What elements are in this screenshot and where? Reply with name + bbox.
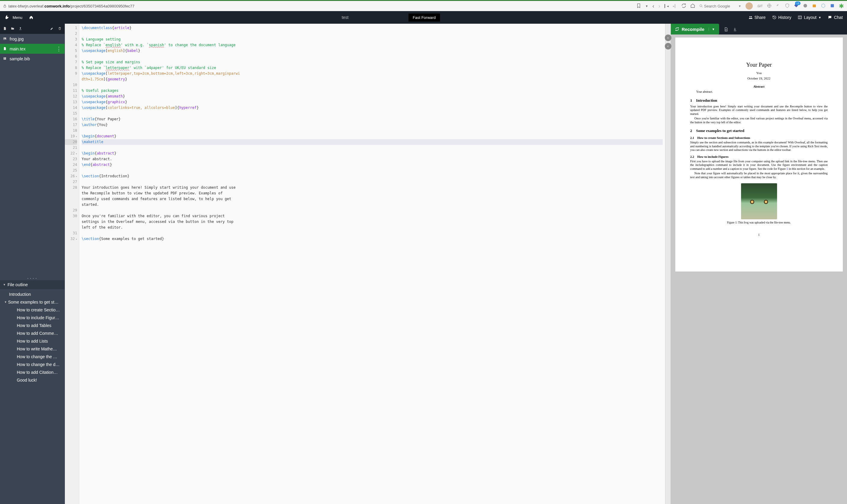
- nav-back-icon[interactable]: ‹: [653, 3, 654, 9]
- outline-item[interactable]: How to create Sectio…: [0, 306, 65, 314]
- ext-icon-shield[interactable]: [785, 3, 790, 9]
- outline-item[interactable]: How to add Comme…: [0, 329, 65, 337]
- new-folder-icon[interactable]: [11, 27, 14, 31]
- file-item[interactable]: frog.jpg: [0, 34, 65, 44]
- recompile-bar: Recompile ▼: [671, 24, 847, 35]
- pdf-page-number: 1: [690, 233, 828, 236]
- pdf-figure-caption: Figure 1: This frog was uploaded via the…: [690, 221, 828, 224]
- collapse-right-icon[interactable]: ›: [665, 35, 671, 41]
- user-avatar[interactable]: [745, 2, 753, 10]
- project-title[interactable]: test: [341, 15, 349, 20]
- ext-icon-7[interactable]: ✱: [839, 2, 844, 10]
- url-bar[interactable]: latex-bfwrjn.overleaf.comwork.info/proje…: [3, 4, 135, 8]
- home-nav-icon[interactable]: [690, 3, 695, 9]
- fast-forward-button[interactable]: Fast Forward: [408, 14, 440, 22]
- search-area[interactable]: ▼: [699, 4, 741, 8]
- ext-icon-3[interactable]: [803, 3, 808, 9]
- pdf-figure-image: [741, 183, 777, 219]
- pdf-abstract-heading: Abstract: [690, 85, 828, 88]
- outline-item[interactable]: Introduction: [0, 290, 65, 298]
- pdf-abstract-body: Your abstract.: [690, 90, 828, 94]
- home-button[interactable]: [29, 15, 33, 19]
- delete-icon[interactable]: [58, 27, 61, 31]
- pdf-subsection-21: 2.1 How to create Sections and Subsectio…: [690, 136, 828, 140]
- outline-item[interactable]: Good luck!: [0, 376, 65, 384]
- history-icon: [772, 15, 776, 19]
- outline-item[interactable]: How to change the d…: [0, 361, 65, 368]
- svg-point-12: [4, 38, 4, 38]
- chat-icon: [828, 15, 832, 19]
- outline-item[interactable]: How to add Citation…: [0, 368, 65, 376]
- svg-point-8: [751, 16, 752, 17]
- panel-resizer[interactable]: • • • •: [0, 276, 65, 280]
- outline-header[interactable]: ▼ File outline: [0, 280, 65, 289]
- share-button[interactable]: Share: [748, 15, 766, 20]
- nav-first-icon[interactable]: ▎◂: [665, 4, 669, 8]
- chat-button[interactable]: Chat: [828, 15, 843, 20]
- refresh-icon: [675, 27, 679, 31]
- search-icon: [699, 4, 703, 8]
- home-icon: [29, 15, 33, 19]
- pdf-p21: Simply use the section and subsection co…: [690, 141, 828, 152]
- svg-point-1: [700, 5, 702, 7]
- ext-icon-4[interactable]: [812, 3, 817, 9]
- outline-item[interactable]: How to add Lists: [0, 337, 65, 345]
- left-panel: frog.jpgmain.tex⋮sample.bib • • • • ▼ Fi…: [0, 24, 65, 504]
- pdf-p1b: Once you're familiar with the editor, yo…: [690, 117, 828, 124]
- editor-panel: 12345678910111213141516171819▾202122▾232…: [65, 24, 671, 504]
- pdf-viewer[interactable]: Your Paper You October 19, 2022 Abstract…: [671, 35, 847, 504]
- file-item[interactable]: sample.bib: [0, 54, 65, 64]
- pdf-title: Your Paper: [690, 61, 828, 68]
- menu-label: Menu: [13, 15, 22, 20]
- nav-last-icon[interactable]: ▸▎: [673, 4, 677, 8]
- app-header: Menu test Fast Forward Share History Lay…: [0, 11, 847, 24]
- svg-point-7: [749, 16, 751, 17]
- svg-rect-4: [813, 4, 816, 7]
- git-ext-icon[interactable]: .GIT: [757, 4, 763, 8]
- image-icon: [3, 37, 6, 41]
- outline-item[interactable]: How to add Tables: [0, 322, 65, 329]
- outline-item[interactable]: ▼Some examples to get st…: [0, 298, 65, 306]
- rename-icon[interactable]: [50, 27, 54, 31]
- pdf-section-2: 2 Some examples to get started: [690, 128, 828, 133]
- logs-icon[interactable]: [724, 27, 728, 32]
- ext-icon-5[interactable]: [821, 3, 826, 9]
- outline-item[interactable]: How to change the …: [0, 353, 65, 361]
- nav-forward-icon[interactable]: ›: [658, 3, 660, 9]
- chevron-down-icon: ▼: [4, 301, 7, 304]
- layout-button[interactable]: Layout ▼: [798, 15, 821, 20]
- line-gutter[interactable]: 12345678910111213141516171819▾202122▾232…: [65, 24, 79, 504]
- ext-icon-tag[interactable]: 13: [794, 3, 799, 9]
- recompile-button[interactable]: Recompile ▼: [671, 24, 719, 35]
- pdf-p22a: First you have to upload the image file …: [690, 160, 828, 171]
- pdf-date: October 19, 2022: [690, 76, 828, 80]
- file-name: sample.bib: [10, 56, 30, 61]
- outline-item[interactable]: How to include Figur…: [0, 314, 65, 322]
- split-handle[interactable]: › ‹: [665, 24, 671, 504]
- file-item[interactable]: main.tex⋮: [0, 44, 65, 54]
- file-name: frog.jpg: [10, 37, 24, 41]
- collapse-left-icon[interactable]: ‹: [665, 43, 671, 50]
- bookmark-icon[interactable]: [636, 3, 641, 9]
- new-file-icon[interactable]: [3, 27, 6, 31]
- ext-icon-6[interactable]: [830, 3, 835, 9]
- svg-point-3: [804, 4, 807, 7]
- file-icon: [3, 47, 6, 51]
- recompile-dropdown[interactable]: ▼: [709, 28, 715, 31]
- outline-item[interactable]: How to write Mathe…: [0, 345, 65, 353]
- svg-rect-0: [4, 6, 6, 7]
- code-editor[interactable]: \documentclass{article}% Language settin…: [79, 24, 665, 504]
- bookmark-dropdown-icon[interactable]: ▼: [645, 4, 648, 8]
- reload-icon[interactable]: [681, 3, 686, 9]
- ext-icon-1[interactable]: [767, 3, 772, 9]
- search-input[interactable]: [704, 4, 737, 8]
- layout-icon: [798, 15, 802, 19]
- menu-button[interactable]: Menu: [4, 14, 22, 20]
- upload-icon[interactable]: [19, 27, 22, 31]
- pdf-section-1: 1 Introduction: [690, 98, 828, 103]
- ext-icon-2[interactable]: [776, 3, 781, 9]
- url-text: latex-bfwrjn.overleaf.comwork.info/proje…: [8, 4, 135, 8]
- history-button[interactable]: History: [772, 15, 792, 20]
- download-pdf-icon[interactable]: [733, 27, 737, 32]
- pdf-subsection-22: 2.2 How to include Figures: [690, 155, 828, 158]
